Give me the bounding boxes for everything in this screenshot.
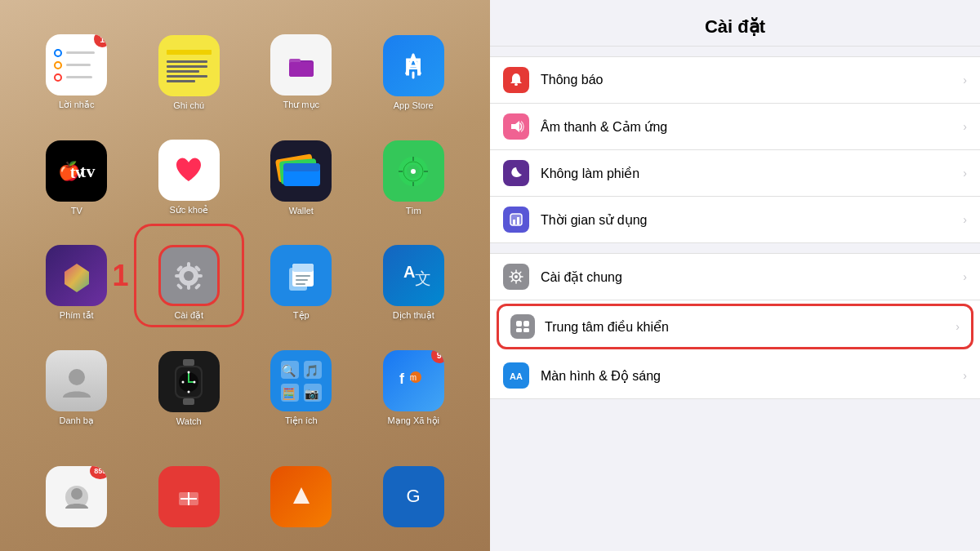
svg-point-16 [184, 271, 194, 281]
svg-text:AA: AA [510, 371, 523, 381]
sounds-chevron: › [963, 120, 967, 133]
app-label-translate: Dịch thuật [393, 310, 434, 321]
app-label-social: Mạng Xã hội [387, 415, 439, 426]
settings-section-1: Thông báo › Âm thanh & Cảm ứng › [490, 56, 980, 243]
app-label-settings: Cài đặt [174, 310, 203, 321]
svg-point-55 [71, 488, 82, 500]
svg-text:📷: 📷 [304, 387, 318, 401]
settings-item-controlcenter[interactable]: Trung tâm điều khiển › [497, 304, 973, 349]
app-appstore[interactable]: A П App Store [362, 16, 466, 113]
app-row5b[interactable] [137, 438, 242, 535]
svg-text:f: f [399, 371, 405, 387]
svg-rect-17 [187, 262, 190, 269]
app-notes[interactable]: Ghi chú [137, 16, 242, 113]
svg-rect-74 [516, 321, 522, 327]
general-chevron: › [963, 270, 967, 283]
svg-text:🧮: 🧮 [281, 387, 296, 401]
svg-rect-2 [289, 62, 314, 77]
app-find[interactable]: Tìm [362, 122, 466, 219]
app-label-tienich: Tiện ích [285, 415, 318, 426]
svg-point-41 [188, 390, 190, 393]
app-label-wallet: Wallet [289, 206, 314, 216]
app-label-tep: Tệp [293, 310, 310, 321]
settings-item-dnd[interactable]: Không làm phiền › [490, 150, 980, 197]
svg-marker-59 [511, 121, 519, 132]
svg-point-65 [514, 275, 518, 278]
app-translate[interactable]: A 文 Dịch thuật [362, 227, 466, 324]
app-settings[interactable]: 1 C [137, 227, 242, 324]
dnd-chevron: › [963, 167, 967, 180]
app-label-find: Tìm [406, 206, 421, 216]
app-contacts[interactable]: Danh bạ [24, 332, 129, 429]
svg-line-73 [511, 280, 513, 282]
app-tep[interactable]: Tệp [249, 227, 354, 324]
screentime-label: Thời gian sử dụng [541, 212, 956, 228]
svg-text:A: A [403, 263, 415, 281]
controlcenter-icon [510, 314, 535, 339]
svg-text:m: m [410, 373, 416, 382]
svg-rect-77 [523, 328, 529, 332]
app-row5a[interactable]: 855 [24, 438, 129, 535]
svg-rect-35 [183, 398, 194, 405]
svg-line-71 [519, 280, 521, 282]
app-reminders[interactable]: 1 Lời nhắc [24, 16, 129, 113]
settings-item-display[interactable]: AA Màn hình & Độ sáng › [490, 353, 980, 398]
notifications-icon [503, 67, 529, 93]
app-tv[interactable]: 🍎tv tv TV [24, 122, 129, 219]
svg-text:文: 文 [415, 269, 431, 287]
app-row5d[interactable]: G [362, 438, 466, 535]
svg-line-70 [511, 272, 513, 273]
app-label-files: Thư mục [283, 100, 319, 110]
settings-title: Cài đặt [506, 16, 964, 38]
svg-point-39 [188, 371, 190, 373]
controlcenter-chevron: › [956, 320, 960, 333]
svg-rect-23 [176, 282, 183, 289]
settings-item-general[interactable]: Cài đặt chung › [490, 254, 980, 300]
settings-item-screentime[interactable]: Thời gian sử dụng › [490, 197, 980, 242]
svg-rect-24 [194, 282, 201, 289]
app-row5c[interactable] [249, 438, 354, 535]
app-wallet[interactable]: Wallet [249, 122, 354, 219]
iphone-home-screen: 1 Lời nhắc Ghi chú T [0, 0, 490, 551]
app-grid: 1 Lời nhắc Ghi chú T [24, 16, 466, 535]
svg-text:tv: tv [69, 163, 83, 181]
svg-rect-34 [183, 359, 194, 366]
svg-point-40 [194, 380, 196, 383]
svg-rect-20 [196, 274, 203, 278]
app-label-contacts: Danh bạ [60, 415, 94, 426]
app-watch[interactable]: Watch [137, 332, 242, 429]
display-label: Màn hình & Độ sáng [541, 368, 956, 384]
app-health[interactable]: Sức khoẻ [137, 122, 242, 219]
settings-header: Cài đặt [490, 0, 980, 47]
display-chevron: › [963, 369, 967, 382]
svg-rect-63 [517, 217, 519, 224]
svg-rect-28 [296, 275, 310, 277]
svg-rect-29 [296, 279, 308, 281]
app-label-notes: Ghi chú [173, 100, 204, 110]
svg-marker-14 [65, 264, 89, 292]
svg-line-72 [519, 272, 521, 273]
app-files[interactable]: Thư mục [249, 16, 354, 113]
app-label-tv: TV [71, 206, 82, 216]
svg-rect-58 [514, 83, 518, 86]
controlcenter-wrapper: Trung tâm điều khiển › 2 [497, 304, 973, 349]
settings-item-sounds[interactable]: Âm thanh & Cảm ứng › [490, 104, 980, 150]
svg-text:🎵: 🎵 [304, 364, 318, 378]
svg-rect-76 [516, 328, 522, 332]
screentime-chevron: › [963, 213, 967, 226]
display-icon: AA [503, 362, 529, 389]
sounds-label: Âm thanh & Cảm ứng [541, 119, 956, 135]
svg-rect-75 [523, 321, 529, 327]
svg-text:G: G [407, 486, 421, 506]
svg-rect-27 [292, 264, 314, 272]
svg-point-33 [69, 369, 85, 385]
sounds-icon [503, 113, 529, 140]
app-label-shortcuts: Phím tắt [60, 310, 94, 321]
settings-panel: Cài đặt Thông báo › [490, 0, 980, 551]
svg-point-42 [182, 380, 185, 383]
app-tienich[interactable]: 🔍 🎵 🧮 📷 Tiện ích [249, 332, 354, 429]
badge-row5a: 855 [90, 466, 107, 479]
app-social[interactable]: 9 f m Mạng Xã hội [362, 332, 466, 429]
general-icon [503, 264, 529, 290]
settings-item-notifications[interactable]: Thông báo › [490, 57, 980, 104]
